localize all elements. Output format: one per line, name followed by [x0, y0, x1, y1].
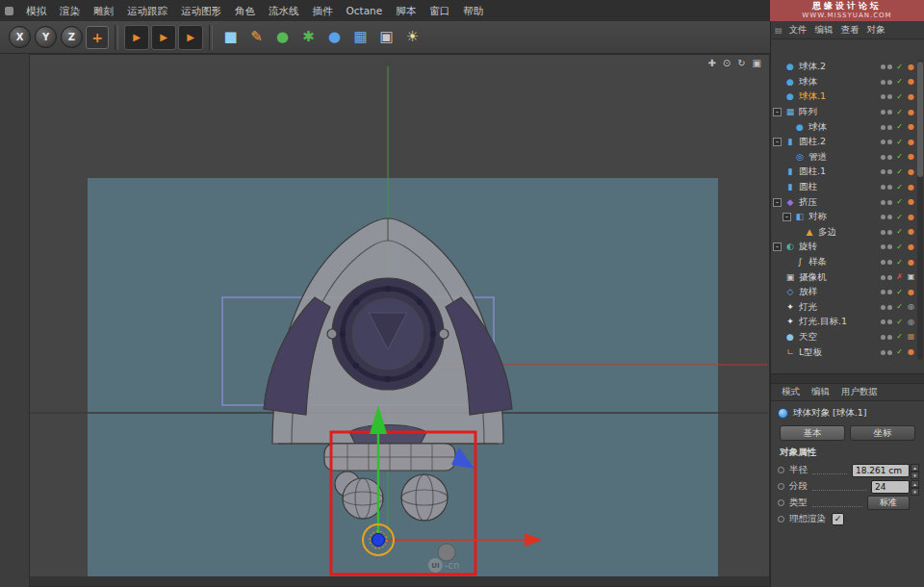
object-tag-0[interactable]: ✓	[895, 153, 904, 161]
editor-visibility-dot[interactable]	[881, 335, 886, 340]
viewport[interactable]: ✚⊙↻▣ UI -cn	[29, 54, 770, 587]
keyframe-tool-icon[interactable]: ▶	[124, 25, 149, 50]
tree-row-对称[interactable]: -◧对称✓●	[773, 210, 915, 225]
am-tab-编辑[interactable]: 编辑	[807, 386, 834, 398]
object-tag-0[interactable]: ✓	[895, 139, 904, 146]
tree-row-放样[interactable]: ◇放样✓●	[773, 285, 915, 300]
render-visibility-dot[interactable]	[887, 260, 892, 265]
keyframe-dot-icon[interactable]	[778, 483, 784, 490]
octane-sphere-icon[interactable]: ●	[322, 25, 346, 49]
render-visibility-dot[interactable]	[887, 350, 892, 355]
render-visibility-dot[interactable]	[887, 140, 892, 144]
panel-splitter[interactable]	[771, 373, 924, 384]
expander-icon[interactable]: -	[773, 108, 782, 116]
object-tag-0[interactable]: ✓	[895, 109, 904, 116]
keyframe-dot-icon[interactable]	[778, 467, 784, 473]
stepper-up-icon[interactable]: ▴	[911, 464, 919, 472]
menu-item-脚本[interactable]: 脚本	[389, 0, 423, 21]
deformer-icon[interactable]: ✱	[296, 25, 321, 49]
keyframe-dot-icon[interactable]	[778, 516, 784, 523]
expander-icon[interactable]: -	[773, 138, 782, 146]
tree-row-管道[interactable]: ◎管道✓●	[773, 150, 915, 166]
keyframe-dot-icon[interactable]	[778, 499, 784, 506]
object-tag-1[interactable]: ●	[907, 184, 915, 191]
menu-item-雕刻[interactable]: 雕刻	[87, 0, 120, 21]
expander-icon[interactable]: -	[773, 198, 782, 207]
am-tab-用户数据[interactable]: 用户数据	[836, 386, 883, 398]
tree-row-球体[interactable]: ●球体✓●	[773, 119, 915, 135]
menu-item-运动图形[interactable]: 运动图形	[174, 0, 228, 21]
object-tag-0[interactable]: ✓	[895, 168, 904, 176]
object-tag-0[interactable]: ✓	[895, 93, 904, 101]
object-tag-0[interactable]: ✓	[895, 303, 904, 311]
tree-row-球体.1[interactable]: ●球体.1✓●	[773, 89, 915, 105]
object-tag-0[interactable]: ✓	[895, 198, 904, 206]
prop-checkbox-理想渲染[interactable]: ✓	[832, 513, 844, 525]
object-tag-0[interactable]: ✓	[895, 214, 904, 221]
object-tag-1[interactable]: ●	[907, 153, 915, 161]
object-tag-0[interactable]: ✓	[895, 184, 904, 191]
object-tag-1[interactable]: ●	[907, 259, 915, 267]
menu-item-模拟[interactable]: 模拟	[19, 0, 53, 21]
value-stepper[interactable]: ▴▾	[911, 464, 919, 477]
object-tag-0[interactable]: ✓	[895, 123, 904, 131]
rotate-view-icon[interactable]: ↻	[737, 58, 745, 69]
tree-scrollbar-thumb[interactable]	[917, 62, 923, 177]
am-button-基本[interactable]: 基本	[780, 425, 845, 441]
array-grid-icon[interactable]: ▦	[348, 25, 372, 49]
tree-row-天空[interactable]: ●天空✓▦	[773, 330, 915, 345]
render-visibility-dot[interactable]	[887, 319, 892, 324]
object-tag-0[interactable]: ✓	[895, 228, 904, 236]
panel-grid-icon[interactable]: ▤	[775, 26, 783, 35]
editor-visibility-dot[interactable]	[881, 169, 886, 174]
om-menu-查看[interactable]: 查看	[837, 24, 863, 37]
render-visibility-dot[interactable]	[887, 110, 892, 115]
tree-row-灯光.目标.1[interactable]: ✦灯光.目标.1✓◎	[773, 315, 915, 330]
object-tag-0[interactable]: ✓	[895, 243, 904, 251]
editor-visibility-dot[interactable]	[881, 155, 886, 160]
expander-icon[interactable]: -	[783, 213, 791, 221]
om-menu-编辑[interactable]: 编辑	[811, 24, 837, 37]
object-tag-1[interactable]: ●	[907, 228, 915, 236]
object-tag-1[interactable]: ●	[907, 64, 915, 71]
y-lock-button[interactable]: Y	[35, 26, 57, 48]
object-tag-1[interactable]: ◎	[907, 303, 915, 311]
tree-row-圆柱.1[interactable]: ▮圆柱.1✓●	[773, 165, 915, 180]
object-tag-1[interactable]: ●	[907, 109, 915, 116]
object-tag-0[interactable]: ✓	[895, 78, 904, 86]
render-visibility-dot[interactable]	[887, 94, 892, 99]
motion-clip-tool-icon[interactable]: ▶	[151, 25, 176, 50]
render-visibility-dot[interactable]	[887, 169, 892, 174]
object-tag-0[interactable]: ✓	[895, 319, 904, 326]
object-tag-1[interactable]: ●	[907, 198, 915, 206]
editor-visibility-dot[interactable]	[881, 260, 886, 265]
editor-visibility-dot[interactable]	[881, 230, 886, 235]
editor-visibility-dot[interactable]	[881, 200, 886, 205]
object-tag-1[interactable]: ●	[907, 348, 915, 356]
menu-item-窗口[interactable]: 窗口	[423, 0, 456, 21]
light-bulb-icon[interactable]: ☀	[400, 25, 424, 49]
x-lock-button[interactable]: X	[9, 26, 31, 48]
render-visibility-dot[interactable]	[887, 230, 892, 235]
menu-item-角色[interactable]: 角色	[228, 0, 262, 21]
object-tag-1[interactable]: ●	[907, 243, 915, 251]
object-tag-1[interactable]: ▣	[907, 273, 915, 281]
editor-visibility-dot[interactable]	[881, 80, 886, 85]
coordinate-system-button[interactable]: +	[86, 26, 109, 49]
tree-row-圆柱[interactable]: ▮圆柱✓●	[773, 180, 915, 195]
object-tag-1[interactable]: ●	[907, 93, 915, 101]
stepper-down-icon[interactable]: ▾	[911, 488, 919, 496]
object-tag-1[interactable]: ●	[907, 214, 915, 221]
prop-select-类型[interactable]: 标准	[867, 496, 910, 510]
editor-visibility-dot[interactable]	[881, 110, 886, 115]
object-tag-1[interactable]: ◎	[907, 319, 915, 326]
object-tag-0[interactable]: ✓	[895, 259, 904, 267]
om-menu-文件[interactable]: 文件	[785, 24, 811, 37]
tree-row-旋转[interactable]: -◐旋转✓●	[773, 240, 915, 255]
render-visibility-dot[interactable]	[887, 305, 892, 310]
editor-visibility-dot[interactable]	[881, 140, 886, 144]
generator-sphere-icon[interactable]: ●	[270, 25, 295, 49]
tree-row-灯光[interactable]: ✦灯光✓◎	[773, 300, 915, 316]
tree-row-L型板[interactable]: ∟L型板✓●	[773, 345, 915, 360]
stepper-down-icon[interactable]: ▾	[911, 472, 919, 479]
